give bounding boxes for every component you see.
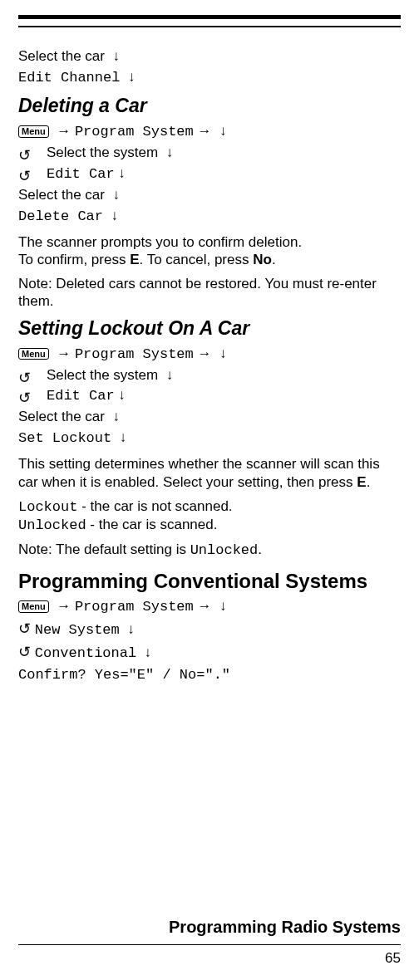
arrow-right-icon: → — [197, 345, 211, 361]
rotate-icon: ↺ — [18, 644, 31, 660]
rotate-icon: ↺ — [18, 145, 31, 165]
text: Select the system — [47, 145, 158, 160]
rotate-icon: ↺ — [18, 620, 31, 637]
step-set-lockout: Set Lockout ↓ — [18, 429, 401, 448]
nav-sequence: Menu → Program System → ↓ — [18, 345, 401, 365]
menu-item: Edit Car — [47, 388, 115, 404]
heading-programming-conventional: Programming Conventional Systems — [18, 570, 401, 593]
page-number: 65 — [385, 950, 401, 967]
menu-item: Program System — [75, 124, 194, 140]
heading-lockout: Setting Lockout On A Car — [18, 317, 401, 340]
footer-rule — [18, 944, 401, 945]
menu-item: Program System — [75, 346, 194, 362]
intro-line-1: Select the car ↓ — [18, 47, 401, 66]
arrow-down-icon: ↓ — [118, 387, 126, 403]
text: Select the car — [18, 409, 105, 424]
arrow-down-icon: ↓ — [118, 165, 126, 181]
step-select-system: ↺ Select the system ↓ — [18, 366, 401, 385]
text: Select the system — [47, 367, 158, 383]
footer-section-title: Programming Radio Systems — [169, 918, 401, 937]
arrow-down-icon: ↓ — [219, 345, 227, 361]
heading-deleting-car: Deleting a Car — [18, 95, 401, 117]
intro-line-2: Edit Channel ↓ — [18, 68, 401, 88]
menu-item: New System — [35, 622, 120, 638]
rotate-icon: ↺ — [18, 388, 31, 408]
header-rules — [18, 15, 401, 27]
option-code: Lockout — [18, 499, 77, 515]
arrow-down-icon: ↓ — [112, 187, 120, 203]
arrow-right-icon: → — [57, 598, 71, 614]
menu-button-icon: Menu — [18, 348, 49, 360]
arrow-right-icon: → — [57, 345, 71, 361]
step-edit-car: ↺ Edit Car ↓ — [18, 386, 401, 406]
menu-item: Program System — [75, 599, 194, 615]
nav-sequence: Menu → Program System → ↓ — [18, 597, 401, 617]
menu-item: Edit Car — [47, 166, 115, 182]
confirm-prompt: Confirm? Yes="E" / No="." — [18, 665, 401, 685]
menu-button-icon: Menu — [18, 600, 49, 613]
arrow-down-icon: ↓ — [111, 208, 118, 223]
arrow-down-icon: ↓ — [219, 123, 227, 139]
lockout-description: This setting determines whether the scan… — [18, 455, 401, 491]
step-select-car: Select the car ↓ — [18, 408, 401, 427]
arrow-down-icon: ↓ — [112, 409, 120, 424]
rotate-icon: ↺ — [18, 166, 31, 186]
text: Select the car — [18, 187, 105, 203]
arrow-down-icon: ↓ — [166, 367, 174, 383]
step-delete-car: Delete Car ↓ — [18, 207, 401, 227]
arrow-down-icon: ↓ — [128, 69, 136, 85]
menu-item: Set Lockout — [18, 430, 111, 446]
step-select-car: Select the car ↓ — [18, 186, 401, 205]
step-new-system: ↺ New System ↓ — [18, 619, 401, 640]
arrow-down-icon: ↓ — [166, 145, 174, 160]
confirm-deletion-text: The scanner prompts you to confirm delet… — [18, 233, 401, 269]
lockout-options: Lockout - the car is not scanned. Unlock… — [18, 497, 401, 535]
option-code: Unlocked — [18, 517, 86, 533]
menu-button-icon: Menu — [18, 125, 49, 138]
step-conventional: ↺ Conventional ↓ — [18, 642, 401, 664]
menu-item: Conventional — [35, 645, 136, 661]
nav-sequence: Menu → Program System → ↓ — [18, 122, 401, 142]
default-note: Note: The default setting is Unlocked. — [18, 541, 401, 559]
arrow-down-icon: ↓ — [127, 621, 135, 637]
arrow-right-icon: → — [57, 123, 71, 139]
arrow-down-icon: ↓ — [120, 429, 127, 445]
arrow-down-icon: ↓ — [145, 644, 152, 660]
step-select-system: ↺ Select the system ↓ — [18, 144, 401, 163]
step-edit-car: ↺ Edit Car ↓ — [18, 164, 401, 184]
prompt-text: Confirm? Yes="E" / No="." — [18, 667, 230, 683]
menu-item: Edit Channel — [18, 70, 120, 86]
menu-item: Delete Car — [18, 208, 103, 224]
arrow-right-icon: → — [197, 123, 211, 139]
text: Select the car — [18, 48, 105, 64]
arrow-down-icon: ↓ — [112, 48, 120, 64]
arrow-down-icon: ↓ — [219, 598, 227, 614]
arrow-right-icon: → — [197, 598, 211, 614]
deleted-note: Note: Deleted cars cannot be restored. Y… — [18, 275, 401, 311]
rotate-icon: ↺ — [18, 368, 31, 388]
